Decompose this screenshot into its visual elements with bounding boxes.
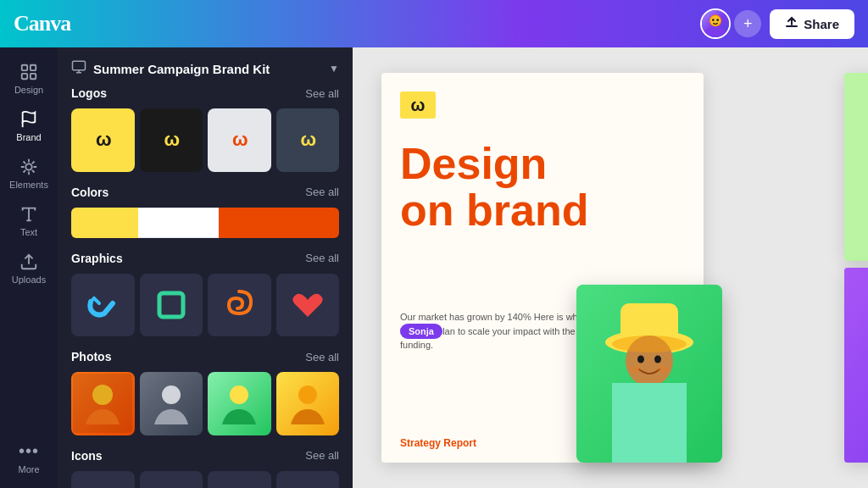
svg-point-57: [631, 366, 641, 373]
svg-point-58: [658, 366, 668, 373]
logo-symbol-black: ω: [164, 129, 178, 151]
logos-title: Logos: [71, 86, 107, 100]
graphics-see-all[interactable]: See all: [305, 252, 339, 264]
sidebar-brand-label: Brand: [16, 132, 41, 142]
sidebar-item-text[interactable]: Text: [0, 197, 58, 244]
svg-rect-8: [31, 74, 36, 79]
svg-point-22: [298, 385, 317, 404]
photos-see-all[interactable]: See all: [305, 351, 339, 363]
icon-item-3[interactable]: [208, 471, 271, 489]
canva-logo: Canva: [14, 11, 70, 36]
logo-item-black[interactable]: ω: [140, 108, 203, 172]
logo-item-dark[interactable]: ω: [276, 108, 340, 172]
graphics-header: Graphics See all: [71, 252, 339, 265]
sidebar-nav: Design Brand Elements Text Uploads: [0, 47, 58, 488]
brand-kit-icon: [71, 59, 86, 78]
photo-item-4[interactable]: [276, 372, 340, 435]
share-label: Share: [804, 17, 839, 31]
logos-section: Logos See all ω ω ω ω: [58, 86, 353, 186]
graphic-item-4[interactable]: [276, 274, 340, 337]
sidebar-item-uploads[interactable]: Uploads: [0, 244, 58, 291]
headline-line1: Design: [400, 141, 685, 187]
icons-section: Icons See all: [58, 449, 353, 489]
graphics-section: Graphics See all: [58, 252, 353, 351]
sidebar-design-label: Design: [14, 85, 43, 95]
color-swatch-orange[interactable]: [219, 208, 339, 238]
avatar-image: [702, 10, 729, 37]
graphics-title: Graphics: [71, 252, 123, 265]
logos-grid: ω ω ω ω: [71, 108, 339, 172]
logo-symbol-yellow: ω: [96, 129, 110, 151]
overlay-photo: [576, 285, 722, 463]
header-right: + Share: [700, 8, 854, 39]
sidebar-uploads-label: Uploads: [12, 274, 46, 285]
sidebar-item-brand[interactable]: Brand: [0, 102, 58, 149]
icon-item-1[interactable]: [71, 471, 135, 489]
svg-rect-19: [73, 374, 132, 433]
photos-grid: [71, 372, 339, 435]
sidebar-more-label: More: [18, 464, 39, 474]
headline-line2: on brand: [400, 187, 685, 234]
share-button[interactable]: Share: [770, 9, 854, 39]
add-collaborator-button[interactable]: +: [734, 10, 761, 37]
app-header: Canva +: [0, 0, 868, 47]
logo-item-yellow[interactable]: ω: [71, 108, 135, 172]
photo-item-2[interactable]: [140, 372, 203, 435]
canvas-headline: Design on brand: [400, 141, 685, 233]
svg-rect-6: [31, 65, 36, 70]
graphics-grid: [71, 274, 339, 337]
photo-item-3[interactable]: [208, 372, 271, 435]
canvas-area: ω Design on brand Our market has grown b…: [353, 47, 868, 488]
svg-text:ω: ω: [411, 96, 426, 114]
colors-title: Colors: [71, 186, 108, 199]
svg-point-1: [705, 27, 726, 39]
brand-kit-header[interactable]: Summer Campaign Brand Kit ▼: [58, 47, 353, 86]
photo-item-1[interactable]: [71, 372, 135, 435]
svg-point-20: [162, 385, 181, 404]
sidebar-item-more[interactable]: ••• More: [0, 430, 58, 481]
sidebar-item-elements[interactable]: Elements: [0, 149, 58, 197]
svg-rect-53: [612, 383, 687, 463]
graphic-item-3[interactable]: [208, 274, 271, 337]
color-swatch-yellow[interactable]: [71, 208, 138, 238]
svg-rect-42: [844, 268, 868, 463]
svg-rect-40: [844, 73, 868, 261]
photos-section: Photos See all: [58, 350, 353, 449]
brand-kit-title: Summer Campaign Brand Kit: [93, 62, 322, 76]
logos-see-all[interactable]: See all: [305, 87, 339, 100]
more-dots-icon: •••: [19, 441, 39, 461]
icons-grid: [71, 471, 339, 489]
icon-item-4[interactable]: [276, 471, 340, 489]
canvas-footer-text: Strategy Report: [400, 437, 476, 449]
graphic-item-1[interactable]: [71, 274, 135, 337]
logos-header: Logos See all: [71, 86, 339, 100]
sidebar-elements-label: Elements: [9, 180, 48, 190]
avatar[interactable]: [700, 8, 731, 39]
svg-point-55: [637, 356, 644, 363]
svg-point-21: [230, 385, 248, 404]
colors-see-all[interactable]: See all: [305, 186, 339, 198]
sonja-collaborator-badge[interactable]: Sonja: [400, 324, 442, 339]
svg-rect-14: [73, 61, 86, 70]
svg-point-56: [654, 356, 661, 363]
chevron-down-icon: ▼: [329, 63, 339, 75]
svg-point-3: [712, 19, 715, 21]
sidebar-item-design[interactable]: Design: [0, 54, 58, 102]
svg-rect-7: [22, 74, 27, 79]
logo-item-light[interactable]: ω: [208, 108, 271, 172]
photo-right-bottom: [844, 268, 868, 463]
sidebar-text-label: Text: [20, 227, 37, 237]
avatar-group: +: [700, 8, 761, 39]
photos-title: Photos: [71, 350, 111, 363]
svg-rect-17: [159, 293, 183, 317]
color-swatch-white[interactable]: [138, 208, 219, 238]
canvas-logo: ω: [400, 92, 436, 122]
svg-rect-5: [22, 65, 27, 70]
svg-point-4: [717, 19, 720, 21]
colors-bar: [71, 208, 339, 238]
icons-see-all[interactable]: See all: [305, 449, 339, 462]
graphic-item-2[interactable]: [140, 274, 203, 337]
icons-header: Icons See all: [71, 449, 339, 463]
photo-right-top: [844, 73, 868, 261]
icon-item-2[interactable]: [140, 471, 203, 489]
